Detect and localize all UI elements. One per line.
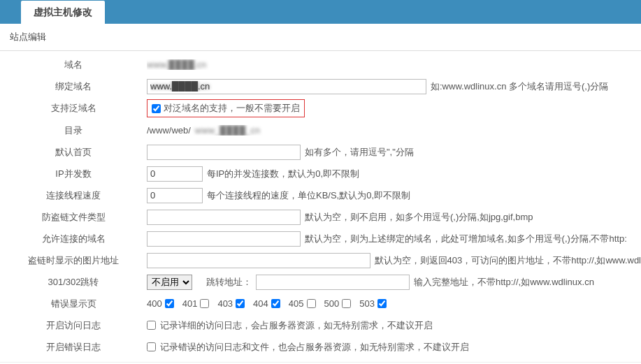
label-wildcard: 支持泛域名 xyxy=(0,102,147,115)
label-allow-domain: 允许连接的域名 xyxy=(0,233,147,245)
label-redirect: 301/302跳转 xyxy=(0,276,147,289)
error-page-code-500: 500 xyxy=(324,298,340,309)
error-page-checkbox-400[interactable] xyxy=(165,299,174,308)
ip-conn-help: 每IP的并发连接数，默认为0,即不限制 xyxy=(207,168,359,180)
label-error-pages: 错误显示页 xyxy=(0,298,147,310)
leech-img-help: 默认为空，则返回403，可访问的图片地址，不带http://,如www.wdl xyxy=(375,254,641,267)
access-log-checkbox[interactable] xyxy=(147,321,156,330)
conn-speed-input[interactable] xyxy=(147,188,203,203)
label-access-log: 开启访问日志 xyxy=(0,319,147,332)
default-page-input[interactable] xyxy=(147,145,301,160)
row-ip-conn: IP并发数 每IP的并发连接数，默认为0,即不限制 xyxy=(0,163,641,184)
label-error-log: 开启错误日志 xyxy=(0,341,147,354)
error-page-code-401: 401 xyxy=(182,298,198,309)
error-page-checkbox-503[interactable] xyxy=(377,299,387,308)
error-page-401: 401 xyxy=(182,298,210,309)
row-default-page: 默认首页 如有多个，请用逗号","分隔 xyxy=(0,141,641,163)
error-page-code-404: 404 xyxy=(253,298,268,309)
error-page-checkbox-404[interactable] xyxy=(271,299,280,308)
row-allow-domain: 允许连接的域名 默认为空，则为上述绑定的域名，此处可增加域名,如多个用逗号(,)… xyxy=(0,228,641,249)
allow-domain-help: 默认为空，则为上述绑定的域名，此处可增加域名,如多个用逗号(,)分隔,不带htt… xyxy=(305,233,627,245)
error-page-400: 400 xyxy=(147,298,174,309)
row-leech-img: 盗链时显示的图片地址 默认为空，则返回403，可访问的图片地址，不带http:/… xyxy=(0,249,641,271)
tab-vhost-edit[interactable]: 虚拟主机修改 xyxy=(21,1,105,24)
error-page-404: 404 xyxy=(253,298,280,309)
row-dir: 目录 /www/web/www_████_cn xyxy=(0,119,641,141)
label-anti-leech: 防盗链文件类型 xyxy=(0,211,147,224)
error-log-checkbox[interactable] xyxy=(147,342,156,351)
label-bind-domain: 绑定域名 xyxy=(0,80,147,93)
bind-domain-input[interactable] xyxy=(147,79,426,94)
anti-leech-input[interactable] xyxy=(147,210,301,225)
leech-img-input[interactable] xyxy=(147,253,370,268)
error-page-code-400: 400 xyxy=(147,298,162,309)
bind-domain-help: 如:www.wdlinux.cn 多个域名请用逗号(,)分隔 xyxy=(431,80,608,93)
redirect-addr-input[interactable] xyxy=(256,275,410,290)
tab-label: 虚拟主机修改 xyxy=(34,6,92,19)
error-page-503: 503 xyxy=(359,298,387,309)
error-page-code-405: 405 xyxy=(289,298,304,309)
section-title: 站点编辑 xyxy=(0,24,641,51)
wildcard-highlight: 对泛域名的支持，一般不需要开启 xyxy=(147,99,305,117)
ip-conn-input[interactable] xyxy=(147,166,203,182)
label-ip-conn: IP并发数 xyxy=(0,168,147,180)
label-default-page: 默认首页 xyxy=(0,146,147,159)
row-wildcard: 支持泛域名 对泛域名的支持，一般不需要开启 xyxy=(0,97,641,119)
dir-prefix: /www/web/ xyxy=(147,125,191,136)
label-conn-speed: 连接线程速度 xyxy=(0,189,147,202)
domain-value: www.████.cn xyxy=(147,59,206,70)
redirect-select[interactable]: 不启用 xyxy=(147,275,192,290)
redirect-addr-label: 跳转地址： xyxy=(206,276,252,289)
error-page-checkbox-403[interactable] xyxy=(236,299,245,308)
error-page-405: 405 xyxy=(289,298,316,309)
label-domain: 域名 xyxy=(0,59,147,71)
wildcard-text: 对泛域名的支持，一般不需要开启 xyxy=(164,102,300,115)
error-page-500: 500 xyxy=(324,298,352,309)
row-anti-leech: 防盗链文件类型 默认为空，则不启用，如多个用逗号(,)分隔,如jpg,gif,b… xyxy=(0,206,641,228)
error-page-checkbox-401[interactable] xyxy=(200,299,209,308)
row-access-log: 开启访问日志 记录详细的访问日志，会占服务器资源，如无特别需求，不建议开启 xyxy=(0,314,641,336)
error-log-text: 记录错误的访问日志和文件，也会占服务器资源，如无特别需求，不建议开启 xyxy=(160,341,469,354)
wildcard-checkbox[interactable] xyxy=(152,104,161,113)
row-error-pages: 错误显示页 400401403404405500503 xyxy=(0,293,641,314)
row-domain: 域名 www.████.cn xyxy=(0,54,641,75)
row-redirect: 301/302跳转 不启用 跳转地址： 输入完整地址，不带http://,如ww… xyxy=(0,271,641,293)
label-leech-img: 盗链时显示的图片地址 xyxy=(0,254,147,267)
form-area: 域名 www.████.cn 绑定域名 如:www.wdlinux.cn 多个域… xyxy=(0,51,641,363)
error-page-code-503: 503 xyxy=(359,298,375,309)
row-error-log: 开启错误日志 记录错误的访问日志和文件，也会占服务器资源，如无特别需求，不建议开… xyxy=(0,336,641,358)
allow-domain-input[interactable] xyxy=(147,231,301,247)
conn-speed-help: 每个连接线程的速度，单位KB/S,默认为0,即不限制 xyxy=(207,189,410,202)
error-page-checkbox-500[interactable] xyxy=(342,299,351,308)
anti-leech-help: 默认为空，则不启用，如多个用逗号(,)分隔,如jpg,gif,bmp xyxy=(305,211,533,224)
row-conn-speed: 连接线程速度 每个连接线程的速度，单位KB/S,默认为0,即不限制 xyxy=(0,184,641,206)
access-log-text: 记录详细的访问日志，会占服务器资源，如无特别需求，不建议开启 xyxy=(160,319,433,332)
error-page-403: 403 xyxy=(217,298,245,309)
default-page-help: 如有多个，请用逗号","分隔 xyxy=(305,146,414,159)
error-page-code-403: 403 xyxy=(217,298,233,309)
redirect-help: 输入完整地址，不带http://,如www.wdlinux.cn xyxy=(414,276,594,289)
row-bind-domain: 绑定域名 如:www.wdlinux.cn 多个域名请用逗号(,)分隔 xyxy=(0,75,641,97)
error-page-checkbox-405[interactable] xyxy=(307,299,316,308)
label-dir: 目录 xyxy=(0,124,147,137)
tab-bar: 虚拟主机修改 xyxy=(0,0,641,24)
bottom-border xyxy=(0,362,641,363)
dir-value: www_████_cn xyxy=(195,125,260,136)
